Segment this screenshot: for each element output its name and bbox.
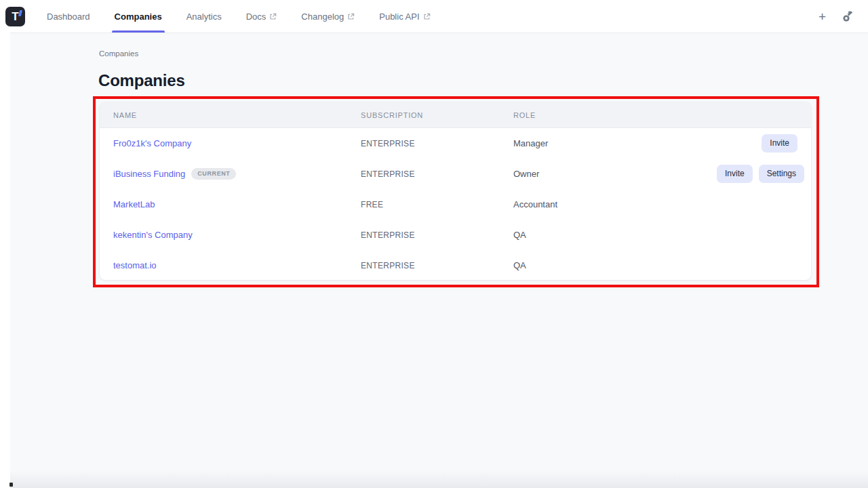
table-row: iBusiness Funding CURRENT ENTERPRISE Own…: [100, 159, 811, 189]
role-value: Owner: [513, 169, 717, 179]
role-value: QA: [513, 260, 717, 270]
role-value: Manager: [513, 138, 717, 148]
nav-label: Changelog: [301, 12, 344, 22]
subscription-value: ENTERPRISE: [361, 261, 513, 270]
app-logo[interactable]: T: [5, 7, 25, 26]
table-row: testomat.io ENTERPRISE QA: [100, 250, 811, 281]
column-header-subscription: SUBSCRIPTION: [361, 111, 513, 119]
red-annotation-rectangle: NAME SUBSCRIPTION ROLE Fro0z1k's Company…: [93, 96, 819, 287]
external-link-icon: [423, 13, 431, 20]
cursor-artifact: [9, 483, 13, 487]
role-value: Accountant: [513, 199, 717, 209]
nav-label: Public API: [379, 12, 419, 22]
invite-button[interactable]: Invite: [717, 165, 753, 183]
table-row: kekentin's Company ENTERPRISE QA: [100, 220, 811, 250]
logo-accent-mark: [18, 10, 22, 16]
breadcrumb[interactable]: Companies: [99, 49, 138, 58]
company-link[interactable]: kekentin's Company: [113, 230, 193, 240]
subscription-value: ENTERPRISE: [361, 230, 513, 240]
nav-item-changelog[interactable]: Changelog: [301, 0, 355, 33]
company-link[interactable]: Fro0z1k's Company: [113, 138, 191, 148]
invite-button[interactable]: Invite: [762, 134, 797, 152]
bottom-scroll-shadow: [10, 470, 868, 488]
nav-label: Analytics: [186, 12, 222, 22]
company-link[interactable]: MarketLab: [113, 199, 155, 209]
settings-button[interactable]: Settings: [759, 165, 804, 183]
column-header-role: ROLE: [513, 111, 717, 119]
nav-label: Dashboard: [47, 12, 90, 22]
nav-label: Docs: [246, 12, 267, 22]
logo-letter: T: [12, 11, 18, 22]
page-title: Companies: [98, 71, 185, 90]
role-value: QA: [513, 230, 717, 240]
subscription-value: ENTERPRISE: [361, 139, 513, 148]
company-link[interactable]: testomat.io: [113, 260, 157, 270]
nav-item-companies[interactable]: Companies: [115, 0, 162, 33]
column-header-name: NAME: [113, 111, 361, 119]
table-header-row: NAME SUBSCRIPTION ROLE: [100, 102, 811, 128]
company-link[interactable]: iBusiness Funding: [113, 169, 185, 179]
main-nav: Dashboard Companies Analytics Docs Chang…: [47, 0, 431, 33]
table-row: Fro0z1k's Company ENTERPRISE Manager Inv…: [100, 128, 811, 159]
subscription-value: ENTERPRISE: [361, 169, 513, 179]
nav-item-dashboard[interactable]: Dashboard: [47, 0, 90, 33]
nav-item-analytics[interactable]: Analytics: [186, 0, 222, 33]
main-content: Companies Companies NAME SUBSCRIPTION RO…: [10, 33, 868, 488]
nav-item-public-api[interactable]: Public API: [379, 0, 430, 33]
topbar-actions: +: [818, 9, 859, 23]
broken-avatar-image-icon[interactable]: [841, 9, 854, 23]
subscription-value: FREE: [361, 200, 513, 209]
external-link-icon: [347, 13, 355, 20]
nav-label: Companies: [115, 12, 162, 22]
top-navigation-bar: T Dashboard Companies Analytics Docs Cha…: [0, 0, 868, 33]
companies-table-card: NAME SUBSCRIPTION ROLE Fro0z1k's Company…: [99, 102, 812, 281]
table-row: MarketLab FREE Accountant: [100, 189, 811, 220]
external-link-icon: [269, 13, 277, 20]
current-badge: CURRENT: [191, 168, 236, 180]
add-plus-icon[interactable]: +: [818, 10, 826, 23]
nav-item-docs[interactable]: Docs: [246, 0, 277, 33]
